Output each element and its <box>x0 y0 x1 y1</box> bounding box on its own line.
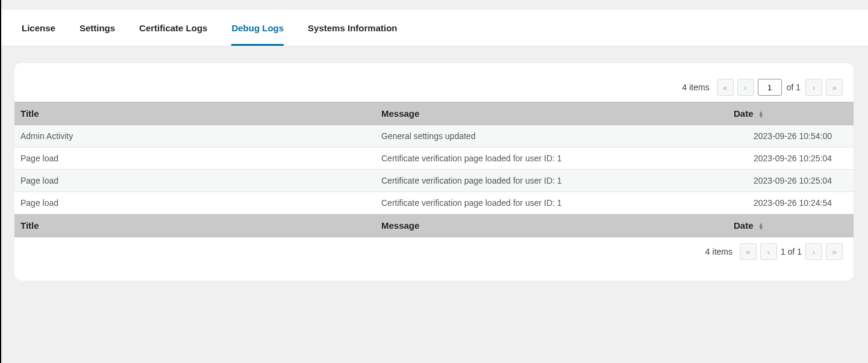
debug-logs-panel: 4 items « ‹ of 1 › » Title Message Date … <box>14 63 854 281</box>
col-message-footer[interactable]: Message <box>375 214 728 237</box>
col-title-footer[interactable]: Title <box>14 214 375 237</box>
cell-date: 2023-09-26 10:25:04 <box>728 170 854 192</box>
cell-message: Certificate verification page loaded for… <box>375 192 728 214</box>
cell-date: 2023-09-26 10:54:00 <box>728 125 854 147</box>
cell-date: 2023-09-26 10:25:04 <box>728 147 854 170</box>
pager-of-text: 1 of 1 <box>781 247 802 256</box>
pager-first[interactable]: « <box>717 79 734 96</box>
tab-certificate-logs[interactable]: Certificate Logs <box>139 23 207 46</box>
cell-message: Certificate verification page loaded for… <box>375 170 728 192</box>
pager-count: 4 items <box>682 82 710 92</box>
table-row: Page load Certificate verification page … <box>14 170 854 192</box>
pager-last[interactable]: » <box>826 79 843 96</box>
cell-title: Page load <box>14 170 375 192</box>
tab-systems-information[interactable]: Systems Information <box>308 23 397 46</box>
pager-count: 4 items <box>705 247 732 256</box>
col-message-header[interactable]: Message <box>375 102 728 125</box>
sort-icon: ▲▼ <box>758 111 764 118</box>
tab-bar: License Settings Certificate Logs Debug … <box>0 10 868 46</box>
pager-next[interactable]: › <box>805 243 822 260</box>
cell-date: 2023-09-26 10:24:54 <box>728 192 854 214</box>
cell-title: Admin Activity <box>14 125 375 147</box>
tab-debug-logs[interactable]: Debug Logs <box>231 23 284 46</box>
pager-next[interactable]: › <box>805 79 822 96</box>
tab-license[interactable]: License <box>22 23 55 46</box>
logs-table: Title Message Date ▲▼ Admin Activity Gen… <box>14 102 854 237</box>
col-date-label: Date <box>734 108 754 119</box>
pager-prev[interactable]: ‹ <box>760 243 777 260</box>
pager-first[interactable]: « <box>740 243 757 260</box>
pager-prev[interactable]: ‹ <box>737 79 754 96</box>
table-row: Admin Activity General settings updated … <box>14 125 854 147</box>
pager-last[interactable]: » <box>826 243 843 260</box>
cell-message: Certificate verification page loaded for… <box>375 147 728 170</box>
tab-settings[interactable]: Settings <box>80 23 115 46</box>
pager-top: 4 items « ‹ of 1 › » <box>14 73 854 102</box>
pager-of-label: of 1 <box>785 82 802 92</box>
table-row: Page load Certificate verification page … <box>14 192 854 214</box>
table-row: Page load Certificate verification page … <box>14 147 854 170</box>
cell-title: Page load <box>14 147 375 170</box>
col-date-label: Date <box>734 220 754 231</box>
col-date-footer[interactable]: Date ▲▼ <box>728 214 854 237</box>
col-date-header[interactable]: Date ▲▼ <box>728 102 854 125</box>
pager-bottom: 4 items « ‹ 1 of 1 › » <box>14 237 854 266</box>
col-title-header[interactable]: Title <box>14 102 375 125</box>
cell-title: Page load <box>14 192 375 214</box>
pager-page-input[interactable] <box>758 79 782 96</box>
cell-message: General settings updated <box>375 125 728 147</box>
sort-icon: ▲▼ <box>758 223 764 230</box>
